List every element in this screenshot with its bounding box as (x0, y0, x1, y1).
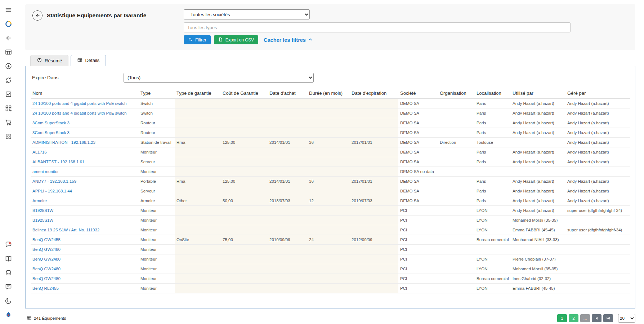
page-size-select[interactable]: 20 (618, 314, 635, 323)
column-header[interactable]: Durée (en mois) (307, 88, 350, 99)
column-header[interactable]: Date d'expiration (350, 88, 398, 99)
column-header[interactable]: Nom (31, 88, 139, 99)
next-page-button[interactable] (592, 314, 601, 322)
table-row: BenQ GW2480MoniteurPCILYONPierre Choplai… (31, 254, 630, 264)
cell (268, 225, 307, 235)
cell: DEMO SA no data (398, 167, 438, 177)
cell (565, 254, 630, 264)
page-ellipsis-button[interactable]: ... (580, 314, 590, 322)
cell: Moniteur (139, 147, 175, 157)
cell (221, 245, 268, 254)
equipment-name-link[interactable]: BenQ RL2455 (32, 286, 59, 290)
equipment-name-link[interactable]: B1925S1W (32, 218, 53, 222)
table-icon[interactable] (2, 46, 15, 58)
column-header[interactable]: Société (398, 88, 438, 99)
filter-button[interactable]: Filtrer (184, 35, 211, 44)
column-header[interactable]: Géré par (565, 88, 630, 99)
back-arrow-icon[interactable] (2, 32, 15, 44)
cell (221, 284, 268, 293)
qrcode-icon[interactable] (2, 102, 15, 115)
equipment-name-link[interactable]: ADMINISTRATION - 192.168.1.23 (32, 140, 95, 145)
menu-icon[interactable] (2, 4, 15, 16)
cell (307, 216, 350, 225)
cell: Moniteur (139, 254, 175, 264)
support-chat-icon[interactable] (2, 238, 15, 251)
column-header[interactable]: Utilisé par (511, 88, 565, 99)
column-header[interactable]: Localisation (475, 88, 511, 99)
add-circle-icon[interactable] (2, 60, 15, 72)
equipment-name-cell: ameni monitor (31, 167, 139, 177)
brand-icon[interactable] (2, 309, 15, 321)
cell: Other (175, 196, 221, 206)
tab-details[interactable]: Détails (71, 55, 106, 66)
cell: Pierre Choplain (37-37) (511, 254, 565, 264)
tab-resume[interactable]: Résumé (30, 55, 68, 66)
cell (221, 274, 268, 284)
app-logo-icon[interactable] (2, 18, 15, 30)
filter-controls: - Toutes les sociétés - Filtrer Export e… (184, 9, 628, 44)
equipment-name-link[interactable]: 3Com SuperStack 3 (32, 121, 70, 125)
tab-resume-label: Résumé (45, 58, 62, 63)
column-header[interactable]: Coût de Garantie (221, 88, 268, 99)
last-page-button[interactable] (603, 314, 613, 322)
cell (511, 167, 565, 177)
equipment-name-link[interactable]: ameni monitor (32, 169, 59, 174)
expire-select[interactable]: (Tous) (124, 73, 314, 83)
equipment-name-link[interactable]: BenQ GW2480 (32, 276, 61, 281)
pagination: 1 2 ... 20 (557, 314, 635, 323)
equipment-name-link[interactable]: ANDY7 - 192.168.1.159 (32, 179, 76, 183)
equipment-name-link[interactable]: BenQ GW2455 (32, 238, 61, 242)
cell (438, 108, 475, 118)
types-input[interactable] (184, 22, 571, 32)
page-1-button[interactable]: 1 (557, 314, 567, 322)
column-header[interactable]: Date d'achat (268, 88, 307, 99)
cell: Armoire (139, 196, 175, 206)
cell: Rma (175, 138, 221, 147)
equipment-name-link[interactable]: 3Com SuperStack 3 (32, 130, 70, 135)
export-csv-button[interactable]: Export en CSV (214, 35, 258, 44)
equipment-name-link[interactable]: Armoire (32, 199, 47, 203)
column-header[interactable]: Organisation (438, 88, 475, 99)
cell (175, 284, 221, 293)
cell (307, 206, 350, 216)
company-select[interactable]: - Toutes les sociétés - (184, 9, 310, 19)
equipment-name-link[interactable]: AL1716 (32, 150, 47, 154)
equipment-name-link[interactable]: BenQ GW2480 (32, 257, 61, 261)
hide-filters-link[interactable]: Cacher les filtres (264, 37, 313, 43)
back-button[interactable] (32, 10, 43, 21)
column-header[interactable]: Type de garantie (175, 88, 221, 99)
comment-icon[interactable] (2, 280, 15, 293)
dark-mode-icon[interactable] (2, 294, 15, 307)
sync-icon[interactable] (2, 74, 15, 86)
equipment-name-link[interactable]: APPLI - 192.168.1.44 (32, 189, 72, 193)
table-header: NomTypeType de garantieCoût de GarantieD… (31, 88, 630, 99)
cell: PCI (398, 274, 438, 284)
tasks-check-icon[interactable] (2, 88, 15, 101)
book-icon[interactable] (2, 252, 15, 265)
cell: PCI (398, 225, 438, 235)
cell (221, 99, 268, 108)
table-row: ArmoireArmoireOther50,002018/07/03122019… (31, 196, 630, 206)
equipment-name-link[interactable]: BenQ GW2480 (32, 267, 61, 271)
cell: Andy Hazart (a.hazart) (565, 128, 630, 138)
column-header[interactable]: Type (139, 88, 175, 99)
cell (350, 254, 398, 264)
equipment-name-link[interactable]: ALBANTEST - 192.168.1.61 (32, 160, 84, 164)
apps-grid-icon[interactable] (2, 130, 15, 143)
cell: Andy Hazart (a.hazart) (511, 177, 565, 186)
cell: 125,00 (221, 138, 268, 147)
equipment-name-link[interactable]: Belinea 19 25 S1W / Art. No. 111932 (32, 228, 99, 232)
equipment-name-link[interactable]: BenQ GW2480 (32, 247, 61, 252)
cell (565, 284, 630, 293)
inbox-icon[interactable] (2, 266, 15, 279)
cell: Andy Hazart (a.hazart) (511, 206, 565, 216)
page-2-button[interactable]: 2 (569, 314, 578, 322)
equipment-name-link[interactable]: B1925S1W (32, 208, 53, 213)
cart-icon[interactable] (2, 116, 15, 129)
equipment-name-link[interactable]: 24 10/100 ports and 4 gigabit ports with… (32, 111, 126, 115)
cell: super user (dfgfhfnfghfghf-34) (565, 206, 630, 216)
cell (511, 138, 565, 147)
equipment-name-cell: BenQ GW2480 (31, 245, 139, 254)
equipment-name-link[interactable]: 24 10/100 ports and 4 gigabit ports with… (32, 101, 126, 106)
cell: Andy Hazart (a.hazart) (565, 186, 630, 196)
